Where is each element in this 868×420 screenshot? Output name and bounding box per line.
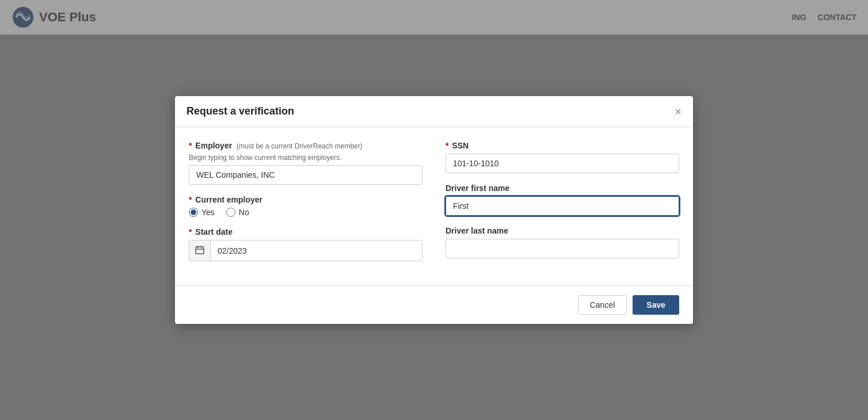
ssn-input[interactable] (446, 154, 679, 173)
modal-footer: Cancel Save (175, 285, 693, 324)
employer-sub-label: (must be a current DriverReach member) (237, 142, 363, 150)
current-employer-radio-group: Yes No (189, 208, 422, 217)
driver-first-name-input[interactable] (446, 196, 679, 216)
start-date-input[interactable] (211, 242, 422, 260)
driver-last-name-label: Driver last name (446, 226, 679, 235)
modal-body: * Employer (must be a current DriverReac… (175, 127, 693, 285)
employer-required-star: * (189, 141, 192, 150)
save-button[interactable]: Save (633, 295, 679, 315)
radio-yes-text: Yes (201, 208, 215, 217)
driver-last-name-group: Driver last name (446, 226, 679, 258)
radio-yes-label[interactable]: Yes (189, 208, 215, 217)
start-date-label-text: Start date (195, 227, 233, 236)
ssn-label: * SSN (446, 141, 679, 150)
modal: Request a verification × * Employer (mus… (175, 96, 693, 324)
modal-left-col: * Employer (must be a current DriverReac… (189, 141, 422, 272)
ssn-group: * SSN (446, 141, 679, 173)
start-date-group: * Start date (189, 227, 422, 261)
modal-right-col: * SSN Driver first name Driver last name (446, 141, 679, 272)
driver-first-name-label: Driver first name (446, 184, 679, 193)
radio-no-input[interactable] (226, 208, 235, 217)
employer-label: * Employer (must be a current DriverReac… (189, 141, 422, 150)
employer-label-text: Employer (195, 141, 232, 150)
ssn-label-text: SSN (452, 141, 469, 150)
modal-close-button[interactable]: × (675, 106, 682, 117)
svg-rect-1 (196, 247, 204, 254)
calendar-icon (189, 240, 211, 261)
cancel-button[interactable]: Cancel (578, 295, 627, 315)
driver-last-name-input[interactable] (446, 239, 679, 258)
radio-no-label[interactable]: No (226, 208, 249, 217)
employer-group: * Employer (must be a current DriverReac… (189, 141, 422, 185)
modal-header: Request a verification × (175, 96, 693, 127)
current-employer-group: * Current employer Yes No (189, 195, 422, 217)
start-date-required-star: * (189, 227, 192, 236)
modal-title: Request a verification (186, 105, 294, 117)
start-date-label: * Start date (189, 227, 422, 236)
current-employer-required-star: * (189, 195, 192, 204)
ssn-required-star: * (446, 141, 448, 150)
radio-yes-input[interactable] (189, 208, 198, 217)
date-input-wrapper (189, 240, 422, 261)
modal-overlay: Request a verification × * Employer (mus… (0, 0, 868, 420)
employer-input[interactable] (189, 165, 422, 185)
current-employer-label-text: Current employer (195, 195, 262, 204)
current-employer-label: * Current employer (189, 195, 422, 204)
radio-no-text: No (239, 208, 249, 217)
employer-hint: Begin typing to show current matching em… (189, 154, 422, 162)
driver-first-name-group: Driver first name (446, 184, 679, 216)
